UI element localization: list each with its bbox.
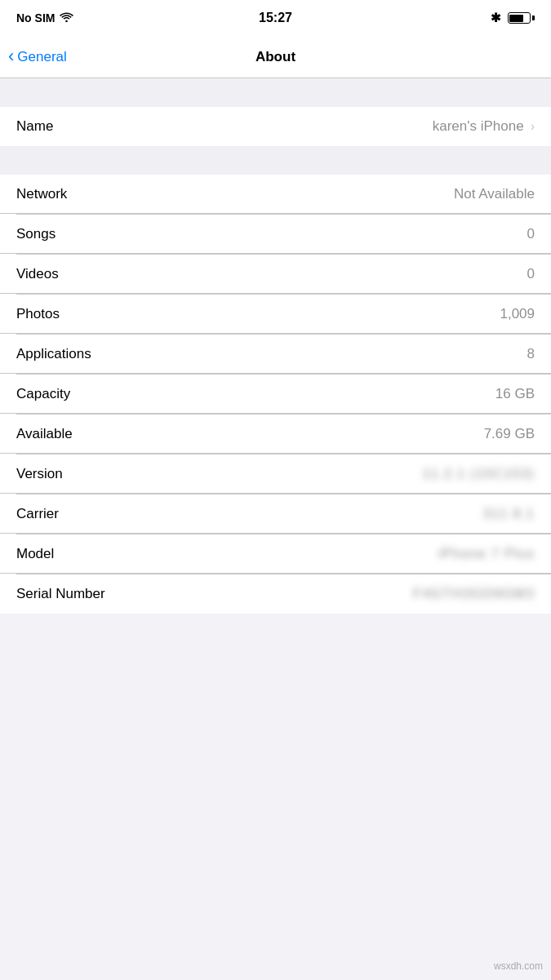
table-row: NetworkNot Available xyxy=(0,175,551,214)
section-spacer-1 xyxy=(0,146,551,175)
table-row: Photos1,009 xyxy=(0,295,551,334)
info-section: NetworkNot AvailableSongs0Videos0Photos1… xyxy=(0,175,551,614)
row-value: iPhone 7 Plus xyxy=(438,546,535,562)
row-value: F4GTH3GD9GM3 xyxy=(413,586,535,602)
status-bar: No SIM 15:27 ✱ xyxy=(0,0,551,36)
row-label: Capacity xyxy=(16,386,70,402)
row-label: Photos xyxy=(16,306,60,322)
table-row: Applications8 xyxy=(0,335,551,374)
back-chevron-icon: ‹ xyxy=(8,46,14,67)
row-value: 11.2.1 (15C153) xyxy=(422,466,535,482)
back-label: General xyxy=(17,49,66,65)
row-label: Version xyxy=(16,466,63,482)
row-value: 7.69 GB xyxy=(484,426,535,442)
row-label: Available xyxy=(16,426,73,442)
table-row: ModeliPhone 7 Plus xyxy=(0,534,551,574)
name-row[interactable]: Name karen's iPhone › xyxy=(0,107,551,146)
row-value: 1,009 xyxy=(500,306,535,322)
wifi-icon xyxy=(60,11,73,24)
nav-bar: ‹ General About xyxy=(0,36,551,78)
row-label: Applications xyxy=(16,346,91,362)
table-row: Capacity16 GB xyxy=(0,375,551,414)
battery-icon xyxy=(508,12,535,24)
row-label: Videos xyxy=(16,266,59,282)
svg-point-0 xyxy=(66,20,69,22)
table-row: Serial NumberF4GTH3GD9GM3 xyxy=(0,574,551,614)
row-value: Not Available xyxy=(454,186,535,202)
status-left: No SIM xyxy=(16,11,147,24)
name-section: Name karen's iPhone › xyxy=(0,107,551,146)
table-row: Version11.2.1 (15C153) xyxy=(0,455,551,494)
top-spacer xyxy=(0,78,551,107)
row-label: Songs xyxy=(16,226,56,242)
nav-title: About xyxy=(256,49,295,65)
name-label: Name xyxy=(16,118,53,135)
watermark: wsxdh.com xyxy=(494,960,543,972)
row-label: Model xyxy=(16,546,54,562)
carrier-label: No SIM xyxy=(16,11,55,24)
table-row: Songs0 xyxy=(0,215,551,254)
row-value: 0 xyxy=(527,266,535,282)
row-label: Carrier xyxy=(16,506,59,522)
table-row: Available7.69 GB xyxy=(0,415,551,454)
row-value: 8 xyxy=(527,346,535,362)
row-value: 0 xyxy=(527,226,535,242)
bluetooth-icon: ✱ xyxy=(491,11,501,25)
table-row: Videos0 xyxy=(0,255,551,294)
name-chevron-icon: › xyxy=(531,119,535,134)
name-value: karen's iPhone › xyxy=(433,118,535,135)
row-value: 16 GB xyxy=(495,386,535,402)
table-row: Carrier311 8.1 xyxy=(0,494,551,534)
row-label: Serial Number xyxy=(16,586,105,602)
back-button[interactable]: ‹ General xyxy=(8,47,67,67)
row-label: Network xyxy=(16,186,67,202)
status-time: 15:27 xyxy=(259,11,292,25)
row-value: 311 8.1 xyxy=(482,506,535,522)
status-right: ✱ xyxy=(404,11,535,25)
